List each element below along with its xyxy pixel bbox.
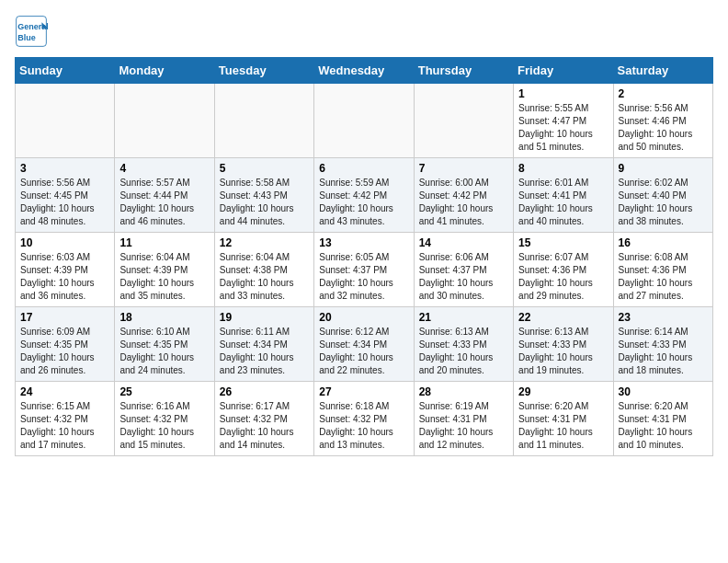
day-info: Sunrise: 5:55 AM Sunset: 4:47 PM Dayligh…: [518, 102, 608, 154]
day-number: 26: [220, 385, 309, 398]
day-info: Sunrise: 6:05 AM Sunset: 4:37 PM Dayligh…: [319, 251, 408, 303]
calendar-cell: 30Sunrise: 6:20 AM Sunset: 4:31 PM Dayli…: [613, 382, 712, 456]
calendar-cell: 19Sunrise: 6:11 AM Sunset: 4:34 PM Dayli…: [214, 307, 313, 382]
day-info: Sunrise: 6:11 AM Sunset: 4:34 PM Dayligh…: [220, 326, 309, 377]
day-info: Sunrise: 6:20 AM Sunset: 4:31 PM Dayligh…: [518, 400, 608, 452]
day-info: Sunrise: 6:01 AM Sunset: 4:41 PM Dayligh…: [518, 177, 608, 228]
calendar-cell: 29Sunrise: 6:20 AM Sunset: 4:31 PM Dayli…: [514, 382, 613, 456]
day-info: Sunrise: 6:13 AM Sunset: 4:33 PM Dayligh…: [419, 326, 508, 377]
day-number: 8: [518, 162, 608, 175]
day-info: Sunrise: 6:03 AM Sunset: 4:39 PM Dayligh…: [20, 251, 109, 303]
calendar-cell: 7Sunrise: 6:00 AM Sunset: 4:42 PM Daylig…: [414, 158, 513, 233]
day-info: Sunrise: 5:56 AM Sunset: 4:45 PM Dayligh…: [20, 177, 109, 228]
calendar-cell: 12Sunrise: 6:04 AM Sunset: 4:38 PM Dayli…: [214, 233, 313, 307]
day-number: 11: [119, 236, 209, 249]
day-info: Sunrise: 6:07 AM Sunset: 4:36 PM Dayligh…: [518, 251, 608, 303]
calendar-cell: 2Sunrise: 5:56 AM Sunset: 4:46 PM Daylig…: [613, 84, 712, 158]
calendar-cell: 14Sunrise: 6:06 AM Sunset: 4:37 PM Dayli…: [414, 233, 513, 307]
calendar-cell: 18Sunrise: 6:10 AM Sunset: 4:35 PM Dayli…: [115, 307, 214, 382]
calendar-cell: 27Sunrise: 6:18 AM Sunset: 4:32 PM Dayli…: [314, 382, 414, 456]
calendar-cell: 5Sunrise: 5:58 AM Sunset: 4:43 PM Daylig…: [214, 158, 313, 233]
calendar-cell: 6Sunrise: 5:59 AM Sunset: 4:42 PM Daylig…: [314, 158, 414, 233]
calendar-cell: 25Sunrise: 6:16 AM Sunset: 4:32 PM Dayli…: [115, 382, 214, 456]
day-info: Sunrise: 5:59 AM Sunset: 4:42 PM Dayligh…: [319, 177, 408, 228]
day-info: Sunrise: 6:19 AM Sunset: 4:31 PM Dayligh…: [419, 400, 508, 452]
day-number: 22: [518, 311, 608, 324]
day-info: Sunrise: 6:00 AM Sunset: 4:42 PM Dayligh…: [419, 177, 508, 228]
calendar-cell: 28Sunrise: 6:19 AM Sunset: 4:31 PM Dayli…: [414, 382, 513, 456]
calendar-cell: 1Sunrise: 5:55 AM Sunset: 4:47 PM Daylig…: [514, 84, 613, 158]
day-number: 6: [319, 162, 408, 175]
day-info: Sunrise: 6:09 AM Sunset: 4:35 PM Dayligh…: [20, 326, 109, 377]
calendar-cell: 20Sunrise: 6:12 AM Sunset: 4:34 PM Dayli…: [314, 307, 414, 382]
calendar-cell: 8Sunrise: 6:01 AM Sunset: 4:41 PM Daylig…: [514, 158, 613, 233]
calendar-cell: 3Sunrise: 5:56 AM Sunset: 4:45 PM Daylig…: [16, 158, 115, 233]
day-info: Sunrise: 6:12 AM Sunset: 4:34 PM Dayligh…: [319, 326, 408, 377]
day-number: 21: [419, 311, 508, 324]
day-number: 19: [220, 311, 309, 324]
day-number: 9: [619, 162, 708, 175]
day-number: 5: [220, 162, 309, 175]
day-info: Sunrise: 6:04 AM Sunset: 4:39 PM Dayligh…: [119, 251, 209, 303]
calendar-cell: [414, 84, 513, 158]
day-info: Sunrise: 6:16 AM Sunset: 4:32 PM Dayligh…: [119, 400, 209, 452]
day-number: 20: [319, 311, 408, 324]
day-number: 27: [319, 385, 408, 398]
day-info: Sunrise: 6:20 AM Sunset: 4:31 PM Dayligh…: [619, 400, 708, 452]
day-number: 1: [518, 87, 608, 100]
calendar-cell: 10Sunrise: 6:03 AM Sunset: 4:39 PM Dayli…: [16, 233, 115, 307]
calendar-cell: [314, 84, 414, 158]
day-info: Sunrise: 5:56 AM Sunset: 4:46 PM Dayligh…: [619, 102, 708, 154]
day-info: Sunrise: 6:18 AM Sunset: 4:32 PM Dayligh…: [319, 400, 408, 452]
weekday-header-sunday: Sunday: [16, 58, 115, 84]
day-number: 16: [619, 236, 708, 249]
day-number: 12: [220, 236, 309, 249]
day-info: Sunrise: 6:06 AM Sunset: 4:37 PM Dayligh…: [419, 251, 508, 303]
day-number: 4: [119, 162, 209, 175]
day-number: 25: [119, 385, 209, 398]
day-number: 30: [619, 385, 708, 398]
day-info: Sunrise: 6:15 AM Sunset: 4:32 PM Dayligh…: [20, 400, 109, 452]
day-number: 3: [20, 162, 109, 175]
day-number: 15: [518, 236, 608, 249]
day-number: 7: [419, 162, 508, 175]
weekday-header-wednesday: Wednesday: [314, 58, 414, 84]
day-info: Sunrise: 6:13 AM Sunset: 4:33 PM Dayligh…: [518, 326, 608, 377]
calendar-cell: 21Sunrise: 6:13 AM Sunset: 4:33 PM Dayli…: [414, 307, 513, 382]
day-number: 24: [20, 385, 109, 398]
logo: General Blue: [15, 15, 53, 48]
day-number: 29: [518, 385, 608, 398]
svg-text:Blue: Blue: [17, 33, 36, 42]
day-number: 17: [20, 311, 109, 324]
day-info: Sunrise: 6:04 AM Sunset: 4:38 PM Dayligh…: [220, 251, 309, 303]
day-number: 13: [319, 236, 408, 249]
page-header: General Blue: [15, 15, 713, 48]
day-info: Sunrise: 6:14 AM Sunset: 4:33 PM Dayligh…: [619, 326, 708, 377]
calendar-cell: [16, 84, 115, 158]
day-info: Sunrise: 6:02 AM Sunset: 4:40 PM Dayligh…: [619, 177, 708, 228]
day-number: 14: [419, 236, 508, 249]
calendar-cell: 17Sunrise: 6:09 AM Sunset: 4:35 PM Dayli…: [16, 307, 115, 382]
calendar-cell: 15Sunrise: 6:07 AM Sunset: 4:36 PM Dayli…: [514, 233, 613, 307]
calendar-header: SundayMondayTuesdayWednesdayThursdayFrid…: [16, 58, 713, 84]
calendar-cell: 13Sunrise: 6:05 AM Sunset: 4:37 PM Dayli…: [314, 233, 414, 307]
weekday-header-monday: Monday: [115, 58, 214, 84]
day-number: 10: [20, 236, 109, 249]
day-info: Sunrise: 6:10 AM Sunset: 4:35 PM Dayligh…: [119, 326, 209, 377]
calendar-cell: 11Sunrise: 6:04 AM Sunset: 4:39 PM Dayli…: [115, 233, 214, 307]
weekday-header-friday: Friday: [514, 58, 613, 84]
day-number: 18: [119, 311, 209, 324]
calendar-cell: 23Sunrise: 6:14 AM Sunset: 4:33 PM Dayli…: [613, 307, 712, 382]
day-number: 28: [419, 385, 508, 398]
calendar-cell: 26Sunrise: 6:17 AM Sunset: 4:32 PM Dayli…: [214, 382, 313, 456]
calendar-cell: 16Sunrise: 6:08 AM Sunset: 4:36 PM Dayli…: [613, 233, 712, 307]
day-number: 2: [619, 87, 708, 100]
calendar-cell: [214, 84, 313, 158]
calendar-table: SundayMondayTuesdayWednesdayThursdayFrid…: [15, 57, 713, 456]
calendar-cell: 4Sunrise: 5:57 AM Sunset: 4:44 PM Daylig…: [115, 158, 214, 233]
weekday-header-tuesday: Tuesday: [214, 58, 313, 84]
calendar-cell: 9Sunrise: 6:02 AM Sunset: 4:40 PM Daylig…: [613, 158, 712, 233]
weekday-header-thursday: Thursday: [414, 58, 513, 84]
weekday-header-saturday: Saturday: [613, 58, 712, 84]
calendar-cell: 24Sunrise: 6:15 AM Sunset: 4:32 PM Dayli…: [16, 382, 115, 456]
